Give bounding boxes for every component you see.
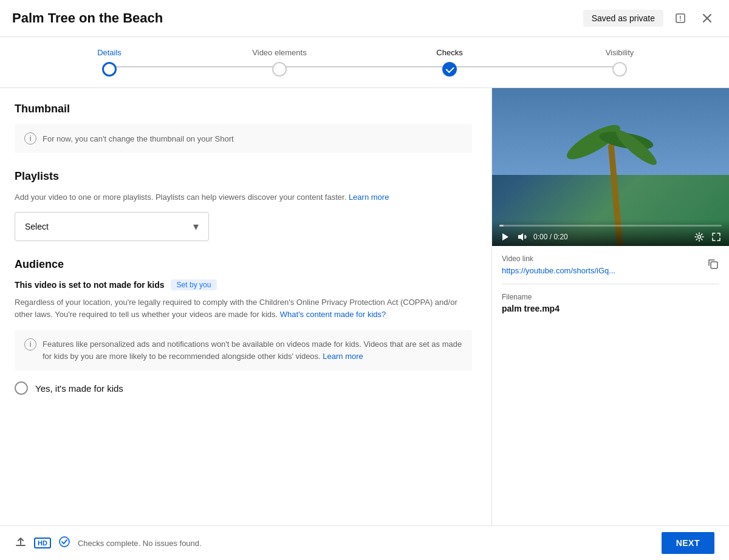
thumbnail-info-text: For now, you can't change the thumbnail …: [43, 134, 234, 143]
settings-icon: [694, 231, 705, 242]
radio-circle-kids-yes: [15, 381, 28, 395]
audience-title: Audience: [15, 258, 472, 271]
header: Palm Tree on the Beach Saved as private …: [0, 0, 729, 37]
svg-text:!: !: [679, 15, 681, 22]
play-button[interactable]: [499, 231, 510, 242]
audience-sub-text: This video is set to not made for kids: [15, 280, 165, 290]
audience-sub-row: This video is set to not made for kids S…: [15, 279, 472, 290]
audience-notice-box: i Features like personalized ads and not…: [15, 330, 472, 370]
next-button[interactable]: NEXT: [662, 532, 714, 554]
audience-section: Audience This video is set to not made f…: [15, 258, 472, 395]
step-line-1: [109, 66, 279, 67]
svg-marker-5: [518, 233, 523, 241]
step-line-3: [450, 66, 620, 67]
step-checks-circle: [442, 62, 457, 77]
hd-badge: HD: [34, 538, 51, 548]
step-visibility[interactable]: Visibility: [535, 48, 705, 77]
copy-icon: [706, 257, 719, 270]
alert-button[interactable]: !: [671, 9, 690, 28]
footer-status-text: Checks complete. No issues found.: [78, 539, 202, 548]
svg-marker-4: [502, 233, 508, 241]
step-visibility-circle: [612, 62, 627, 77]
filename-label: Filename: [502, 293, 719, 301]
svg-rect-10: [711, 262, 717, 268]
left-panel: Thumbnail i For now, you can't change th…: [0, 88, 492, 525]
playlists-learn-more-link[interactable]: Learn more: [349, 193, 389, 202]
radio-kids-yes[interactable]: Yes, it's made for kids: [15, 381, 472, 395]
thumbnail-section: Thumbnail i For now, you can't change th…: [15, 103, 472, 153]
play-icon: [499, 231, 510, 242]
upload-button[interactable]: [15, 536, 27, 550]
volume-icon: [516, 231, 527, 242]
footer: HD Checks complete. No issues found. NEX…: [0, 525, 729, 560]
saved-badge: Saved as private: [583, 10, 663, 27]
step-line-2: [279, 66, 450, 67]
video-link-row: Video link https://youtube.com/shorts/iG…: [502, 246, 719, 284]
step-details[interactable]: Details: [24, 48, 194, 77]
notice-info-icon: i: [24, 338, 36, 350]
step-checks[interactable]: Checks: [364, 48, 535, 77]
video-link-label: Video link: [502, 254, 615, 263]
volume-button[interactable]: [516, 231, 527, 242]
steps-bar: Details Video elements Checks Visibility: [0, 37, 729, 88]
right-panel: 0:00 / 0:20: [492, 88, 729, 525]
alert-icon: !: [674, 12, 686, 24]
settings-button[interactable]: [694, 231, 705, 242]
step-details-label: Details: [97, 48, 122, 57]
time-display: 0:00 / 0:20: [533, 233, 688, 241]
header-actions: Saved as private !: [583, 9, 717, 28]
fullscreen-button[interactable]: [711, 231, 722, 242]
upload-icon: [15, 536, 27, 548]
svg-point-9: [698, 236, 701, 239]
fullscreen-icon: [711, 231, 722, 242]
step-details-circle: [102, 62, 117, 77]
playlists-desc: Add your video to one or more playlists.…: [15, 191, 472, 203]
main-content: Thumbnail i For now, you can't change th…: [0, 88, 729, 525]
audience-badge: Set by you: [171, 279, 217, 290]
playlists-section: Playlists Add your video to one or more …: [15, 170, 472, 241]
footer-left: HD Checks complete. No issues found.: [15, 536, 202, 551]
step-checks-label: Checks: [436, 48, 462, 57]
audience-body: Regardless of your location, you're lega…: [15, 296, 472, 322]
close-button[interactable]: [697, 9, 717, 28]
step-video-elements-circle: [272, 62, 287, 77]
video-link-url[interactable]: https://youtube.com/shorts/iGq...: [502, 266, 615, 275]
page-title: Palm Tree on the Beach: [12, 10, 163, 26]
notice-learn-more-link[interactable]: Learn more: [323, 352, 363, 361]
video-info-panel: Video link https://youtube.com/shorts/iG…: [492, 246, 729, 322]
close-icon: [701, 12, 713, 24]
playlists-title: Playlists: [15, 170, 472, 183]
dropdown-arrow-icon: ▾: [193, 220, 199, 233]
thumbnail-title: Thumbnail: [15, 103, 472, 115]
progress-fill: [499, 225, 504, 227]
step-video-elements-label: Video elements: [252, 48, 306, 57]
svg-point-12: [60, 537, 69, 547]
step-visibility-label: Visibility: [606, 48, 634, 57]
checks-complete-icon: [58, 536, 70, 551]
copy-link-button[interactable]: [706, 257, 719, 273]
video-link-block: Video link https://youtube.com/shorts/iG…: [502, 254, 615, 275]
filename-row: Filename palm tree.mp4: [502, 284, 719, 322]
video-link-copy-row: Video link https://youtube.com/shorts/iG…: [502, 254, 719, 275]
progress-bar[interactable]: [499, 225, 722, 227]
radio-kids-yes-label: Yes, it's made for kids: [35, 383, 123, 394]
filename-value: palm tree.mp4: [502, 304, 719, 313]
audience-learn-link[interactable]: What's content made for kids?: [280, 310, 386, 319]
check-circle-icon: [58, 536, 70, 548]
step-video-elements[interactable]: Video elements: [194, 48, 364, 77]
playlist-select-label: Select: [25, 222, 49, 231]
video-controls: 0:00 / 0:20: [492, 220, 729, 246]
controls-row: 0:00 / 0:20: [499, 231, 722, 242]
playlist-select-dropdown[interactable]: Select ▾: [15, 212, 209, 241]
info-icon: i: [24, 132, 36, 145]
video-preview: 0:00 / 0:20: [492, 88, 729, 246]
thumbnail-info-box: i For now, you can't change the thumbnai…: [15, 124, 472, 153]
